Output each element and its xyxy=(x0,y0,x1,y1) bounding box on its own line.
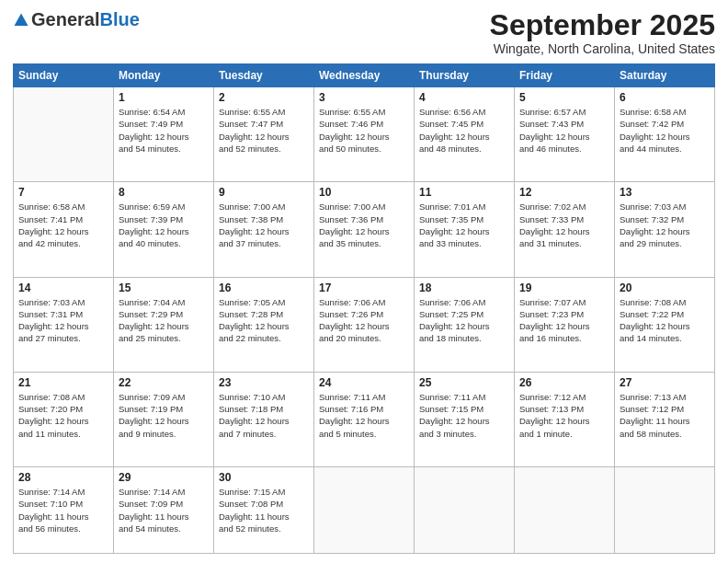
list-item: 8Sunrise: 6:59 AM Sunset: 7:39 PM Daylig… xyxy=(114,182,214,277)
day-number: 20 xyxy=(620,282,710,294)
day-number: 26 xyxy=(519,376,609,389)
list-item xyxy=(14,87,114,182)
logo-general-text: General xyxy=(31,9,99,30)
table-row: 21Sunrise: 7:08 AM Sunset: 7:20 PM Dayli… xyxy=(14,372,715,466)
list-item: 30Sunrise: 7:15 AM Sunset: 7:08 PM Dayli… xyxy=(214,466,314,553)
day-info: Sunrise: 6:55 AM Sunset: 7:46 PM Dayligh… xyxy=(319,106,409,155)
table-row: 1Sunrise: 6:54 AM Sunset: 7:49 PM Daylig… xyxy=(14,87,715,182)
month-title: September 2025 xyxy=(490,9,715,41)
list-item: 15Sunrise: 7:04 AM Sunset: 7:29 PM Dayli… xyxy=(114,277,214,372)
list-item: 29Sunrise: 7:14 AM Sunset: 7:09 PM Dayli… xyxy=(114,466,214,553)
table-row: 28Sunrise: 7:14 AM Sunset: 7:10 PM Dayli… xyxy=(14,466,715,553)
day-info: Sunrise: 7:13 AM Sunset: 7:12 PM Dayligh… xyxy=(620,391,710,440)
list-item: 27Sunrise: 7:13 AM Sunset: 7:12 PM Dayli… xyxy=(615,372,715,466)
list-item: 13Sunrise: 7:03 AM Sunset: 7:32 PM Dayli… xyxy=(615,182,715,277)
day-info: Sunrise: 7:12 AM Sunset: 7:13 PM Dayligh… xyxy=(519,391,609,440)
day-number: 24 xyxy=(319,376,409,389)
day-info: Sunrise: 6:55 AM Sunset: 7:47 PM Dayligh… xyxy=(219,106,309,155)
table-row: 7Sunrise: 6:58 AM Sunset: 7:41 PM Daylig… xyxy=(14,182,715,277)
list-item: 7Sunrise: 6:58 AM Sunset: 7:41 PM Daylig… xyxy=(14,182,114,277)
list-item: 12Sunrise: 7:02 AM Sunset: 7:33 PM Dayli… xyxy=(515,182,615,277)
day-number: 23 xyxy=(219,376,309,389)
list-item xyxy=(415,466,515,553)
day-number: 21 xyxy=(18,376,108,389)
list-item: 21Sunrise: 7:08 AM Sunset: 7:20 PM Dayli… xyxy=(14,372,114,466)
day-number: 7 xyxy=(18,186,108,199)
day-number: 11 xyxy=(419,186,509,199)
list-item: 18Sunrise: 7:06 AM Sunset: 7:25 PM Dayli… xyxy=(415,277,515,372)
day-number: 28 xyxy=(18,471,108,484)
page: GeneralBlue September 2025 Wingate, Nort… xyxy=(0,0,728,563)
calendar-table: Sunday Monday Tuesday Wednesday Thursday… xyxy=(13,63,715,554)
day-number: 25 xyxy=(419,376,509,389)
day-number: 19 xyxy=(519,282,609,294)
day-info: Sunrise: 7:10 AM Sunset: 7:18 PM Dayligh… xyxy=(219,391,309,440)
list-item: 26Sunrise: 7:12 AM Sunset: 7:13 PM Dayli… xyxy=(515,372,615,466)
list-item: 10Sunrise: 7:00 AM Sunset: 7:36 PM Dayli… xyxy=(314,182,415,277)
list-item: 22Sunrise: 7:09 AM Sunset: 7:19 PM Dayli… xyxy=(114,372,214,466)
day-number: 4 xyxy=(419,91,509,104)
list-item xyxy=(515,466,615,553)
day-info: Sunrise: 7:05 AM Sunset: 7:28 PM Dayligh… xyxy=(219,296,309,345)
day-info: Sunrise: 6:58 AM Sunset: 7:42 PM Dayligh… xyxy=(620,106,710,155)
day-number: 30 xyxy=(219,471,309,484)
day-info: Sunrise: 7:11 AM Sunset: 7:16 PM Dayligh… xyxy=(319,391,409,440)
list-item: 19Sunrise: 7:07 AM Sunset: 7:23 PM Dayli… xyxy=(515,277,615,372)
day-info: Sunrise: 7:06 AM Sunset: 7:25 PM Dayligh… xyxy=(419,296,509,345)
day-number: 27 xyxy=(620,376,710,389)
day-number: 17 xyxy=(319,282,409,294)
list-item: 2Sunrise: 6:55 AM Sunset: 7:47 PM Daylig… xyxy=(214,87,314,182)
logo-blue-text: Blue xyxy=(99,9,139,30)
day-number: 14 xyxy=(18,282,108,294)
title-block: September 2025 Wingate, North Carolina, … xyxy=(490,9,715,56)
day-info: Sunrise: 7:02 AM Sunset: 7:33 PM Dayligh… xyxy=(519,201,609,249)
day-info: Sunrise: 7:00 AM Sunset: 7:36 PM Dayligh… xyxy=(319,201,409,249)
day-number: 22 xyxy=(119,376,209,389)
day-info: Sunrise: 6:54 AM Sunset: 7:49 PM Dayligh… xyxy=(119,106,209,155)
col-friday: Friday xyxy=(515,64,615,87)
list-item: 23Sunrise: 7:10 AM Sunset: 7:18 PM Dayli… xyxy=(214,372,314,466)
day-info: Sunrise: 6:57 AM Sunset: 7:43 PM Dayligh… xyxy=(519,106,609,155)
day-number: 12 xyxy=(519,186,609,199)
list-item: 5Sunrise: 6:57 AM Sunset: 7:43 PM Daylig… xyxy=(515,87,615,182)
col-monday: Monday xyxy=(114,64,214,87)
day-number: 13 xyxy=(620,186,710,199)
list-item: 20Sunrise: 7:08 AM Sunset: 7:22 PM Dayli… xyxy=(615,277,715,372)
day-number: 1 xyxy=(119,91,209,104)
list-item: 6Sunrise: 6:58 AM Sunset: 7:42 PM Daylig… xyxy=(615,87,715,182)
list-item xyxy=(615,466,715,553)
list-item xyxy=(314,466,415,553)
day-number: 16 xyxy=(219,282,309,294)
col-tuesday: Tuesday xyxy=(214,64,314,87)
day-number: 8 xyxy=(119,186,209,199)
day-number: 15 xyxy=(119,282,209,294)
list-item: 9Sunrise: 7:00 AM Sunset: 7:38 PM Daylig… xyxy=(214,182,314,277)
day-number: 9 xyxy=(219,186,309,199)
day-info: Sunrise: 7:14 AM Sunset: 7:09 PM Dayligh… xyxy=(119,486,209,534)
list-item: 11Sunrise: 7:01 AM Sunset: 7:35 PM Dayli… xyxy=(415,182,515,277)
day-info: Sunrise: 6:56 AM Sunset: 7:45 PM Dayligh… xyxy=(419,106,509,155)
calendar-header-row: Sunday Monday Tuesday Wednesday Thursday… xyxy=(14,64,715,87)
col-wednesday: Wednesday xyxy=(314,64,415,87)
col-thursday: Thursday xyxy=(415,64,515,87)
list-item: 24Sunrise: 7:11 AM Sunset: 7:16 PM Dayli… xyxy=(314,372,415,466)
day-number: 29 xyxy=(119,471,209,484)
list-item: 25Sunrise: 7:11 AM Sunset: 7:15 PM Dayli… xyxy=(415,372,515,466)
day-info: Sunrise: 7:07 AM Sunset: 7:23 PM Dayligh… xyxy=(519,296,609,345)
list-item: 1Sunrise: 6:54 AM Sunset: 7:49 PM Daylig… xyxy=(114,87,214,182)
day-info: Sunrise: 7:00 AM Sunset: 7:38 PM Dayligh… xyxy=(219,201,309,249)
list-item: 16Sunrise: 7:05 AM Sunset: 7:28 PM Dayli… xyxy=(214,277,314,372)
list-item: 28Sunrise: 7:14 AM Sunset: 7:10 PM Dayli… xyxy=(14,466,114,553)
list-item: 14Sunrise: 7:03 AM Sunset: 7:31 PM Dayli… xyxy=(14,277,114,372)
day-info: Sunrise: 7:14 AM Sunset: 7:10 PM Dayligh… xyxy=(18,486,108,534)
day-info: Sunrise: 7:08 AM Sunset: 7:22 PM Dayligh… xyxy=(620,296,710,345)
day-info: Sunrise: 7:06 AM Sunset: 7:26 PM Dayligh… xyxy=(319,296,409,345)
day-info: Sunrise: 7:04 AM Sunset: 7:29 PM Dayligh… xyxy=(119,296,209,345)
day-info: Sunrise: 6:58 AM Sunset: 7:41 PM Dayligh… xyxy=(18,201,108,249)
col-sunday: Sunday xyxy=(14,64,114,87)
day-info: Sunrise: 7:15 AM Sunset: 7:08 PM Dayligh… xyxy=(219,486,309,534)
table-row: 14Sunrise: 7:03 AM Sunset: 7:31 PM Dayli… xyxy=(14,277,715,372)
logo: GeneralBlue xyxy=(13,9,140,30)
header: GeneralBlue September 2025 Wingate, Nort… xyxy=(13,9,715,56)
day-number: 5 xyxy=(519,91,609,104)
